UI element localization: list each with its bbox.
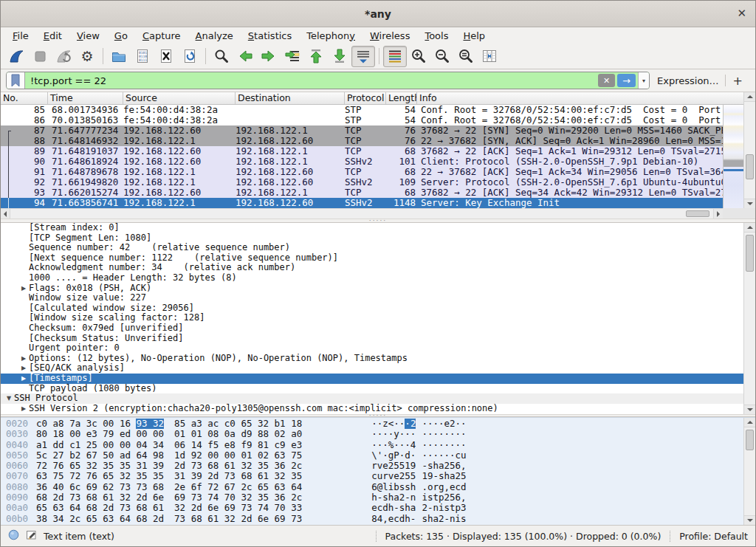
expander-icon[interactable] xyxy=(18,233,29,244)
colorize-packets-icon[interactable] xyxy=(383,46,407,67)
detail-row[interactable]: Acknowledgment number: 34 (relative ack … xyxy=(1,263,743,273)
statusbar-separator[interactable] xyxy=(376,531,377,542)
hex-row[interactable]: 0080 36 40 6c 69 62 73 73 68 2e 6f 72 67… xyxy=(1,482,743,492)
expander-icon[interactable]: ▶ xyxy=(18,404,29,414)
capture-comment-icon[interactable] xyxy=(26,529,37,543)
expander-icon[interactable]: ▶ xyxy=(18,363,29,374)
zoom-reset-icon[interactable] xyxy=(454,46,478,67)
menu-item[interactable]: Help xyxy=(456,30,492,42)
expander-icon[interactable] xyxy=(18,343,29,354)
hex-row[interactable]: 0060 72 76 65 32 35 35 31 39 2d 73 68 61… xyxy=(1,461,743,471)
expander-icon[interactable] xyxy=(18,303,29,314)
add-filter-button-icon[interactable]: + xyxy=(726,74,750,88)
restart-capture-icon[interactable] xyxy=(52,46,75,67)
expander-icon[interactable]: ▼ xyxy=(4,393,14,404)
detail-row[interactable]: [Stream index: 0] xyxy=(1,223,743,233)
detail-row[interactable]: 1000 .... = Header Length: 32 bytes (8) xyxy=(1,273,743,283)
scrollbar-thumb[interactable] xyxy=(746,154,754,179)
detail-row[interactable]: ▶ Flags: 0x018 (PSH, ACK) xyxy=(1,283,743,294)
hex-vscrollbar[interactable] xyxy=(743,418,755,525)
filter-dropdown-icon[interactable]: ▾ xyxy=(638,72,649,89)
filter-expression-text[interactable]: !tcp.port == 22 xyxy=(25,75,598,86)
column-header-destination[interactable]: Destination xyxy=(236,92,345,104)
scroll-up-icon[interactable] xyxy=(744,223,755,233)
menu-item[interactable]: Capture xyxy=(135,30,188,42)
start-capture-icon[interactable] xyxy=(4,46,28,67)
go-to-packet-icon[interactable] xyxy=(281,46,304,67)
column-header-info[interactable]: Info xyxy=(417,92,745,104)
filter-clear-icon[interactable]: ✕ xyxy=(598,74,615,87)
detail-row[interactable]: [Calculated window size: 29056] xyxy=(1,303,743,314)
detail-row[interactable]: TCP payload (1080 bytes) xyxy=(1,384,743,394)
detail-row[interactable]: Urgent pointer: 0 xyxy=(1,343,743,354)
packet-row[interactable]: 85 68.001734936 fe:54:00:d4:38:2a STP 54… xyxy=(1,105,723,115)
intelligent-scrollbar-minimap[interactable] xyxy=(723,105,745,208)
close-file-icon[interactable] xyxy=(154,46,178,67)
go-last-icon[interactable] xyxy=(328,46,351,67)
column-header-time[interactable]: Time xyxy=(48,92,123,104)
menu-item[interactable]: Tools xyxy=(417,30,456,42)
column-header-no[interactable]: No. xyxy=(1,92,48,104)
scroll-up-icon[interactable] xyxy=(744,418,755,427)
go-back-icon[interactable] xyxy=(233,46,257,67)
hex-row[interactable]: 0070 63 75 72 76 65 32 35 35 31 39 2d 73… xyxy=(1,471,743,481)
packet-row[interactable]: 87 71.647777234 192.168.122.60 192.168.1… xyxy=(1,125,723,136)
close-icon[interactable]: ✕ xyxy=(737,7,746,20)
detail-row[interactable]: Window size value: 227 xyxy=(1,293,743,303)
go-forward-icon[interactable] xyxy=(257,46,281,67)
detail-row[interactable]: [TCP Segment Len: 1080] xyxy=(1,233,743,244)
menu-item[interactable]: Statistics xyxy=(241,30,299,42)
packet-list-hscrollbar[interactable] xyxy=(1,208,723,219)
resize-columns-icon[interactable] xyxy=(478,46,501,67)
detail-row[interactable]: ▶ Options: (12 bytes), No-Operation (NOP… xyxy=(1,354,743,364)
hex-row[interactable]: 0020 c0 a8 7a 3c 00 16 93 32 85 a3 ac c0… xyxy=(1,419,743,429)
detail-row[interactable]: ▶ SSH Version 2 (encryption:chacha20-pol… xyxy=(1,404,743,414)
expander-icon[interactable] xyxy=(18,253,29,264)
expander-icon[interactable]: ▶ xyxy=(18,374,29,384)
menu-item[interactable]: Telephony xyxy=(299,30,362,42)
expander-icon[interactable] xyxy=(18,334,29,344)
hex-row[interactable]: 0040 a1 dd c1 25 00 00 04 34 06 14 f5 e8… xyxy=(1,440,743,450)
menu-item[interactable]: Analyze xyxy=(188,30,241,42)
profile-indicator[interactable]: Profile: Default xyxy=(679,531,748,542)
expander-icon[interactable]: ▶ xyxy=(18,354,29,364)
packet-row[interactable]: 86 70.013850163 fe:54:00:d4:38:2a STP 54… xyxy=(1,115,723,125)
scroll-down-icon[interactable] xyxy=(744,405,755,414)
expander-icon[interactable] xyxy=(18,293,29,303)
zoom-in-icon[interactable] xyxy=(407,46,430,67)
packet-row[interactable]: 93 71.662015274 192.168.122.60 192.168.1… xyxy=(1,188,723,198)
packet-row[interactable]: 94 71.663856741 192.168.122.1 192.168.12… xyxy=(1,198,723,208)
expander-icon[interactable] xyxy=(18,273,29,283)
expander-icon[interactable] xyxy=(18,313,29,323)
expression-button[interactable]: Expression… xyxy=(650,75,725,86)
packet-row[interactable]: 92 71.661949820 192.168.122.1 192.168.12… xyxy=(1,177,723,188)
scrollbar-thumb[interactable] xyxy=(686,210,709,217)
scrollbar-thumb[interactable] xyxy=(746,235,754,272)
go-first-icon[interactable] xyxy=(304,46,328,67)
column-header-length[interactable]: Length xyxy=(386,92,417,104)
packet-row[interactable]: 89 71.648191037 192.168.122.60 192.168.1… xyxy=(1,146,723,156)
menu-item[interactable]: File xyxy=(5,30,36,42)
auto-scroll-icon[interactable] xyxy=(351,46,375,67)
detail-row[interactable]: ▶ [Timestamps] xyxy=(1,374,743,384)
scroll-up-icon[interactable] xyxy=(744,92,755,102)
detail-row[interactable]: Sequence number: 42 (relative sequence n… xyxy=(1,243,743,253)
expander-icon[interactable] xyxy=(18,384,29,394)
detail-row[interactable]: [Checksum Status: Unverified] xyxy=(1,334,743,344)
expander-icon[interactable] xyxy=(18,243,29,253)
stop-capture-icon[interactable] xyxy=(28,46,52,67)
filter-apply-icon[interactable]: → xyxy=(617,74,636,87)
packet-row[interactable]: 88 71.648146932 192.168.122.1 192.168.12… xyxy=(1,136,723,146)
expander-icon[interactable] xyxy=(18,223,29,233)
hex-row[interactable]: 0050 5c 27 b2 67 50 ad 64 98 1d 92 00 00… xyxy=(1,450,743,461)
hex-row[interactable]: 0090 68 2d 73 68 61 32 2d 6e 69 73 74 70… xyxy=(1,492,743,503)
scrollbar-thumb[interactable] xyxy=(746,430,754,450)
scroll-left-icon[interactable] xyxy=(1,209,10,219)
menu-item[interactable]: Edit xyxy=(36,30,69,42)
detail-row[interactable]: [Window size scaling factor: 128] xyxy=(1,313,743,323)
hex-row[interactable]: 00a0 65 63 64 68 2d 73 68 61 32 2d 6e 69… xyxy=(1,503,743,513)
detail-row[interactable]: ▼ SSH Protocol xyxy=(1,393,743,404)
capture-options-icon[interactable]: ⚙ xyxy=(75,46,99,67)
expander-icon[interactable] xyxy=(18,323,29,334)
menu-item[interactable]: View xyxy=(69,30,107,42)
